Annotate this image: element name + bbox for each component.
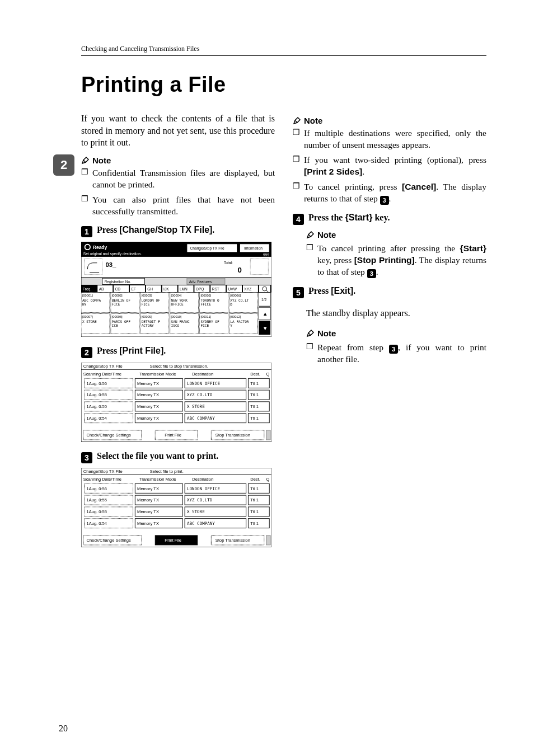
svg-text:Ttl  1: Ttl 1: [250, 393, 259, 398]
pencil-icon: [306, 328, 315, 337]
note-item: You can also print files that have not b…: [92, 194, 275, 218]
note-list: If multiple destinations were specified,…: [293, 128, 486, 205]
step-5: 5 Press [Exit].: [293, 286, 486, 298]
svg-rect-147: [266, 430, 271, 440]
note-item: If you want two-sided printing (optional…: [304, 154, 486, 178]
page-number: 20: [59, 724, 68, 734]
note-heading: Note: [81, 156, 275, 165]
svg-text:Memory TX: Memory TX: [137, 509, 159, 514]
svg-text:AB: AB: [99, 287, 104, 291]
svg-text:FICE: FICE: [200, 324, 209, 328]
step-number-badge: 3: [81, 452, 92, 463]
figure-file-list-2: Change/Stop TX FileSelect file to stop t…: [81, 363, 275, 442]
svg-text:1Aug.  0:55: 1Aug. 0:55: [86, 509, 107, 514]
svg-text:X STORE: X STORE: [187, 405, 205, 410]
right-column: Note If multiple destinations were speci…: [293, 112, 486, 556]
svg-text:Ttl  1: Ttl 1: [250, 486, 259, 491]
svg-text:Stop Transmission: Stop Transmission: [216, 433, 250, 438]
svg-text:Ttl  1: Ttl 1: [250, 509, 259, 514]
step-number-badge: 2: [81, 347, 92, 358]
svg-text:UVW: UVW: [228, 287, 237, 291]
svg-text:ABC COMPANY: ABC COMPANY: [187, 521, 215, 526]
svg-text:[00002]: [00002]: [112, 294, 123, 298]
svg-text:▼: ▼: [263, 325, 268, 331]
page-title: Printing a File: [81, 73, 486, 97]
svg-text:Print File: Print File: [165, 538, 181, 543]
svg-text:Freq.: Freq.: [83, 287, 92, 292]
svg-text:Set original and specify desti: Set original and specify destination.: [83, 252, 142, 256]
note-item: Confidential Transmission files are disp…: [92, 167, 275, 191]
svg-text:X STORE: X STORE: [82, 320, 97, 323]
svg-text:Change/Stop TX File: Change/Stop TX File: [83, 469, 123, 475]
step-3: 3 Select the file you want to print.: [81, 451, 275, 463]
note-heading: Note: [293, 116, 486, 125]
svg-text:Memory TX: Memory TX: [137, 498, 159, 503]
svg-text:Ready: Ready: [93, 245, 107, 251]
svg-text:Select file to print.: Select file to print.: [150, 469, 184, 475]
svg-text:[00011]: [00011]: [200, 315, 211, 318]
svg-text:Total:: Total:: [224, 261, 233, 265]
svg-text:Information: Information: [244, 247, 263, 251]
pencil-icon: [293, 116, 302, 125]
figure-ready-screen: Ready Set original and specify destinati…: [81, 242, 275, 337]
step-number-badge: 5: [293, 287, 304, 298]
svg-text:[00008]: [00008]: [112, 315, 123, 318]
svg-text:Memory TX: Memory TX: [137, 521, 159, 526]
svg-text:Memory TX: Memory TX: [137, 416, 159, 421]
svg-text:DETROIT F: DETROIT F: [142, 320, 161, 323]
svg-text:Y: Y: [230, 324, 232, 328]
svg-text:Dest.: Dest.: [250, 477, 260, 482]
svg-text:ABC COMPANY: ABC COMPANY: [187, 416, 215, 421]
svg-text:[00006]: [00006]: [230, 294, 241, 298]
svg-text:ACTORY: ACTORY: [142, 324, 154, 328]
svg-text:SAN FRANC: SAN FRANC: [171, 320, 190, 323]
svg-text:Ttl  1: Ttl 1: [250, 405, 259, 410]
svg-text:Check/Change Settings: Check/Change Settings: [86, 538, 131, 543]
svg-text:X STORE: X STORE: [187, 509, 205, 514]
svg-text:SYDNEY OF: SYDNEY OF: [200, 320, 219, 323]
svg-text:Check/Change Settings: Check/Change Settings: [86, 433, 131, 438]
note-list: To cancel printing after pressing the {S…: [306, 243, 486, 278]
note-item: If multiple destinations were specified,…: [304, 128, 486, 151]
svg-text:Change/Stop TX File: Change/Stop TX File: [83, 364, 123, 369]
svg-text:Transmission Mode: Transmission Mode: [139, 372, 176, 377]
pencil-icon: [81, 156, 90, 165]
svg-text:LONDON OFFICE: LONDON OFFICE: [187, 486, 221, 491]
svg-text:Memory TX: Memory TX: [137, 393, 159, 398]
svg-text:Ttl  1: Ttl 1: [250, 521, 259, 526]
svg-text:Q: Q: [266, 372, 270, 377]
svg-text:[00003]: [00003]: [142, 294, 152, 298]
svg-text:LONDON OF: LONDON OF: [142, 298, 161, 302]
svg-text:EF: EF: [131, 287, 135, 291]
svg-text:Ttl  1: Ttl 1: [250, 498, 259, 503]
svg-text:ABC COMPA: ABC COMPA: [82, 298, 101, 302]
svg-text:FICE: FICE: [112, 303, 120, 307]
svg-text:Stop Transmission: Stop Transmission: [216, 538, 250, 543]
svg-text:Ttl  1: Ttl 1: [250, 381, 259, 386]
svg-text:XYZ CO.LTD: XYZ CO.LTD: [187, 498, 213, 503]
svg-text:XYZ CO.LT: XYZ CO.LT: [230, 298, 249, 302]
svg-text:LMN: LMN: [180, 287, 188, 291]
svg-text:D: D: [230, 303, 232, 307]
svg-text:1Aug.  0:56: 1Aug. 0:56: [86, 486, 107, 491]
svg-text:▲: ▲: [263, 311, 268, 317]
svg-text:TORONTO O: TORONTO O: [200, 298, 219, 302]
note-list: Confidential Transmission files are disp…: [81, 167, 275, 218]
note-item: Repeat from step 3, if you want to print…: [317, 342, 486, 365]
svg-text:Dest.: Dest.: [250, 372, 260, 377]
left-column: If you want to check the contents of a f…: [81, 112, 275, 556]
svg-text:LONDON OFFICE: LONDON OFFICE: [187, 381, 221, 386]
svg-text:Memory TX: Memory TX: [137, 381, 159, 386]
svg-text:1Aug.  0:56: 1Aug. 0:56: [86, 381, 107, 386]
svg-text:1Aug.  0:55: 1Aug. 0:55: [86, 405, 107, 410]
note-heading: Note: [306, 229, 486, 241]
svg-text:[00005]: [00005]: [200, 294, 211, 298]
svg-text:03_: 03_: [105, 262, 116, 269]
svg-text:1Aug.  0:54: 1Aug. 0:54: [86, 521, 107, 526]
svg-text:1Aug.  0:54: 1Aug. 0:54: [86, 416, 107, 421]
svg-text:Memory TX: Memory TX: [137, 486, 159, 491]
svg-text:IJK: IJK: [163, 287, 169, 291]
svg-text:[00009]: [00009]: [142, 315, 152, 318]
svg-text:XYZ: XYZ: [244, 287, 251, 291]
intro-paragraph: If you want to check the contents of a f…: [81, 112, 275, 149]
